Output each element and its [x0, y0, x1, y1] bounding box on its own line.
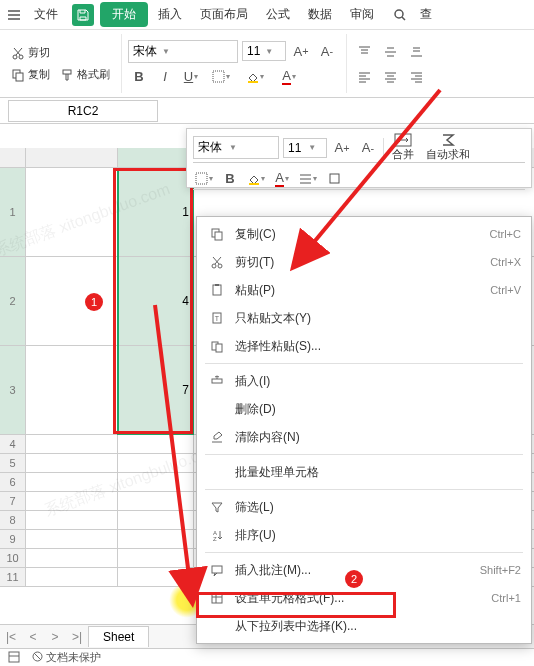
select-all-corner[interactable] [0, 148, 26, 167]
cell[interactable] [26, 346, 118, 434]
row-header-7[interactable]: 7 [0, 492, 26, 510]
sheet-tab[interactable]: Sheet [88, 626, 149, 647]
mini-border-icon[interactable]: ▾ [193, 167, 215, 189]
cell[interactable] [26, 454, 118, 472]
ctx-insert-label: 插入(I) [235, 373, 521, 390]
col-header-1[interactable] [26, 148, 118, 167]
font-size-select[interactable]: 11▼ [242, 41, 286, 61]
svg-rect-18 [213, 285, 221, 295]
sheet-last-icon[interactable]: >| [66, 630, 88, 644]
ctx-paste-special-label: 选择性粘贴(S)... [235, 338, 521, 355]
mini-font-value: 宋体 [198, 139, 222, 156]
svg-point-16 [212, 264, 216, 268]
cut-label: 剪切 [28, 45, 50, 60]
italic-icon[interactable]: I [154, 66, 176, 88]
row-header-3[interactable]: 3 [0, 346, 26, 434]
clipboard-group: 剪切 复制 格式刷 [8, 34, 122, 93]
ctx-filter-label: 筛选(L) [235, 499, 521, 516]
increase-font-icon[interactable]: A+ [290, 40, 312, 62]
cut-button[interactable]: 剪切 [8, 43, 53, 62]
sheet-prev-icon[interactable]: < [22, 630, 44, 644]
cell[interactable] [26, 511, 118, 529]
svg-rect-9 [196, 173, 207, 184]
border-icon[interactable]: ▾ [206, 66, 236, 88]
name-box[interactable]: R1C2 [8, 100, 158, 122]
row-header-5[interactable]: 5 [0, 454, 26, 472]
font-family-value: 宋体 [133, 43, 157, 60]
menu-insert[interactable]: 插入 [150, 2, 190, 27]
row-header-8[interactable]: 8 [0, 511, 26, 529]
annotation-arrow-1 [280, 80, 460, 280]
mini-fill-icon[interactable]: ▾ [245, 167, 267, 189]
cell[interactable] [26, 549, 118, 567]
row-header-10[interactable]: 10 [0, 549, 26, 567]
menu-review[interactable]: 审阅 [342, 2, 382, 27]
mini-bold-icon[interactable]: B [219, 167, 241, 189]
menu-file[interactable]: 文件 [26, 2, 66, 27]
hamburger-icon[interactable] [4, 5, 24, 25]
menu-data[interactable]: 数据 [300, 2, 340, 27]
annotation-arrow-2 [150, 300, 270, 610]
protect-status: 文档未保护 [32, 650, 101, 665]
font-family-select[interactable]: 宋体▼ [128, 40, 238, 63]
sheet-next-icon[interactable]: > [44, 630, 66, 644]
svg-point-1 [13, 55, 17, 59]
row-header-9[interactable]: 9 [0, 530, 26, 548]
row-header-4[interactable]: 4 [0, 435, 26, 453]
save-icon[interactable] [72, 4, 94, 26]
menu-start[interactable]: 开始 [100, 2, 148, 27]
fill-color-icon[interactable]: ▾ [240, 66, 270, 88]
row-header-1[interactable]: 1 [0, 168, 26, 256]
align-middle-icon[interactable] [379, 40, 401, 62]
align-top-icon[interactable] [353, 40, 375, 62]
copy-button[interactable]: 复制 [8, 65, 53, 84]
ctx-paste-shortcut: Ctrl+V [490, 284, 521, 296]
svg-rect-15 [215, 232, 222, 240]
svg-rect-4 [16, 73, 23, 81]
row-header-2[interactable]: 2 [0, 257, 26, 345]
format-painter-button[interactable]: 格式刷 [57, 65, 113, 84]
menu-layout[interactable]: 页面布局 [192, 2, 256, 27]
cell[interactable] [26, 168, 118, 256]
svg-point-17 [218, 264, 222, 268]
copy-icon [207, 227, 227, 241]
ctx-sort-label: 排序(U) [235, 527, 521, 544]
cell[interactable] [26, 492, 118, 510]
paste-icon [207, 283, 227, 297]
font-size-value: 11 [247, 44, 260, 58]
svg-rect-6 [213, 71, 224, 82]
svg-rect-19 [215, 284, 219, 286]
cell[interactable] [26, 435, 118, 453]
svg-rect-29 [9, 652, 19, 662]
align-bottom-icon[interactable] [405, 40, 427, 62]
sheet-first-icon[interactable]: |< [0, 630, 22, 644]
cell[interactable] [26, 530, 118, 548]
annotation-badge-1: 1 [85, 293, 103, 311]
protect-label: 文档未保护 [46, 651, 101, 663]
decrease-font-icon[interactable]: A- [316, 40, 338, 62]
painter-label: 格式刷 [77, 67, 110, 82]
status-bar: 文档未保护 [0, 648, 534, 666]
col-header-2[interactable] [118, 148, 194, 167]
ctx-dropdown-label: 从下拉列表中选择(K)... [235, 618, 521, 635]
underline-icon[interactable]: U▾ [180, 66, 202, 88]
menu-bar: 文件 开始 插入 页面布局 公式 数据 审阅 查 [0, 0, 534, 30]
cell[interactable] [26, 568, 118, 586]
ctx-cut-shortcut: Ctrl+X [490, 256, 521, 268]
ctx-copy-shortcut: Ctrl+C [490, 228, 521, 240]
copy-label: 复制 [28, 67, 50, 82]
mini-font-select[interactable]: 宋体▼ [193, 136, 279, 159]
svg-point-0 [395, 10, 403, 18]
cell[interactable] [26, 257, 118, 345]
ctx-format-shortcut: Ctrl+1 [491, 592, 521, 604]
cell[interactable] [26, 473, 118, 491]
search-icon[interactable] [390, 5, 410, 25]
layout-icon[interactable] [8, 651, 20, 665]
ctx-clear-label: 清除内容(N) [235, 429, 521, 446]
row-header-11[interactable]: 11 [0, 568, 26, 586]
menu-formula[interactable]: 公式 [258, 2, 298, 27]
row-header-6[interactable]: 6 [0, 473, 26, 491]
menu-search[interactable]: 查 [412, 2, 440, 27]
svg-rect-5 [63, 70, 71, 74]
bold-icon[interactable]: B [128, 66, 150, 88]
